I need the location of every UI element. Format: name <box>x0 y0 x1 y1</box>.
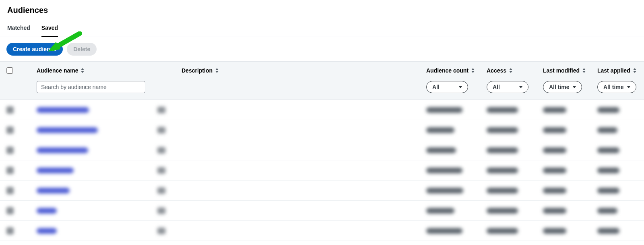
table-row[interactable] <box>0 160 644 181</box>
sort-icon <box>633 68 637 73</box>
filter-count-select[interactable]: All <box>426 81 468 93</box>
audience-name-link[interactable] <box>37 107 89 113</box>
audience-applied-value <box>597 228 619 234</box>
row-action-icon[interactable] <box>157 127 165 133</box>
filter-access-select[interactable]: All <box>487 81 528 93</box>
row-checkbox[interactable] <box>6 167 14 174</box>
tab-saved[interactable]: Saved <box>41 19 58 37</box>
audience-name-link[interactable] <box>37 228 57 234</box>
sort-icon <box>471 68 475 73</box>
sort-icon <box>215 68 219 73</box>
audience-applied-value <box>597 127 617 133</box>
audience-access-value <box>487 168 518 173</box>
column-header-access-label: Access <box>487 67 506 74</box>
column-header-name-label: Audience name <box>37 67 78 74</box>
chevron-down-icon <box>459 86 462 88</box>
column-header-applied-label: Last applied <box>597 67 630 74</box>
table-row[interactable] <box>0 221 644 241</box>
column-header-name[interactable]: Audience name <box>37 67 182 74</box>
audience-modified-value <box>543 228 566 234</box>
table-row[interactable] <box>0 120 644 140</box>
row-action-icon[interactable] <box>157 228 165 234</box>
chevron-down-icon <box>573 86 576 88</box>
filter-modified-value: All time <box>549 84 570 90</box>
audience-count-value <box>426 188 463 193</box>
chevron-down-icon <box>519 86 522 88</box>
select-all-checkbox[interactable] <box>6 67 13 74</box>
chevron-down-icon <box>627 86 630 88</box>
sort-icon <box>509 68 513 73</box>
table-row[interactable] <box>0 181 644 201</box>
audience-access-value <box>487 147 518 153</box>
row-action-icon[interactable] <box>157 147 165 154</box>
table-row[interactable] <box>0 100 644 120</box>
row-checkbox[interactable] <box>6 127 14 134</box>
audience-applied-value <box>597 147 619 153</box>
tab-matched[interactable]: Matched <box>7 19 30 37</box>
column-header-count-label: Audience count <box>426 67 469 74</box>
audience-count-value <box>426 127 454 133</box>
audience-modified-value <box>543 188 566 193</box>
audience-count-value <box>426 107 462 113</box>
audience-count-value <box>426 228 462 234</box>
audience-applied-value <box>597 208 617 214</box>
row-action-icon[interactable] <box>157 167 165 174</box>
row-checkbox[interactable] <box>6 227 14 235</box>
audience-count-value <box>426 168 462 173</box>
audience-modified-value <box>543 208 566 214</box>
column-header-modified-label: Last modified <box>543 67 580 74</box>
table-filter-row: All All All time <box>0 78 644 100</box>
audience-applied-value <box>597 168 619 173</box>
row-action-icon[interactable] <box>157 187 165 194</box>
page-title: Audiences <box>7 6 637 15</box>
audience-name-link[interactable] <box>37 147 88 153</box>
audience-modified-value <box>543 147 566 153</box>
audience-applied-value <box>597 107 619 113</box>
audience-count-value <box>426 208 454 214</box>
audience-name-link[interactable] <box>37 168 74 173</box>
audience-access-value <box>487 188 518 193</box>
column-header-description[interactable]: Description <box>182 67 426 74</box>
audience-name-link[interactable] <box>37 208 57 214</box>
row-checkbox[interactable] <box>6 106 14 114</box>
column-header-applied[interactable]: Last applied <box>597 67 638 74</box>
search-input[interactable] <box>37 81 145 93</box>
row-checkbox[interactable] <box>6 207 14 214</box>
filter-access-value: All <box>493 84 500 90</box>
table-header-row: Audience name Description Audience count <box>0 61 644 78</box>
audience-name-link[interactable] <box>37 127 98 133</box>
audience-access-value <box>487 127 518 133</box>
audience-count-value <box>426 147 456 153</box>
filter-applied-select[interactable]: All time <box>597 81 636 93</box>
audience-modified-value <box>543 168 566 173</box>
row-action-icon[interactable] <box>157 208 165 214</box>
audience-access-value <box>487 208 518 214</box>
table-row[interactable] <box>0 140 644 160</box>
filter-count-value: All <box>432 84 440 90</box>
audience-name-link[interactable] <box>37 188 70 193</box>
audience-access-value <box>487 228 518 234</box>
row-checkbox[interactable] <box>6 187 14 194</box>
row-action-icon[interactable] <box>157 107 165 113</box>
tabs: Matched Saved <box>0 19 644 37</box>
delete-button: Delete <box>67 43 97 56</box>
audience-applied-value <box>597 188 619 193</box>
sort-icon <box>582 68 586 73</box>
toolbar: Create audience Delete <box>0 37 644 61</box>
filter-modified-select[interactable]: All time <box>543 81 582 93</box>
audience-access-value <box>487 107 518 113</box>
create-audience-button[interactable]: Create audience <box>6 43 63 56</box>
audience-modified-value <box>543 127 566 133</box>
audiences-table: Audience name Description Audience count <box>0 61 644 241</box>
sort-icon <box>80 68 85 73</box>
column-header-modified[interactable]: Last modified <box>543 67 597 74</box>
audience-modified-value <box>543 107 566 113</box>
filter-applied-value: All time <box>603 84 624 90</box>
row-checkbox[interactable] <box>6 147 14 154</box>
column-header-access[interactable]: Access <box>487 67 543 74</box>
column-header-count[interactable]: Audience count <box>426 67 487 74</box>
table-row[interactable] <box>0 201 644 221</box>
column-header-description-label: Description <box>182 67 213 74</box>
